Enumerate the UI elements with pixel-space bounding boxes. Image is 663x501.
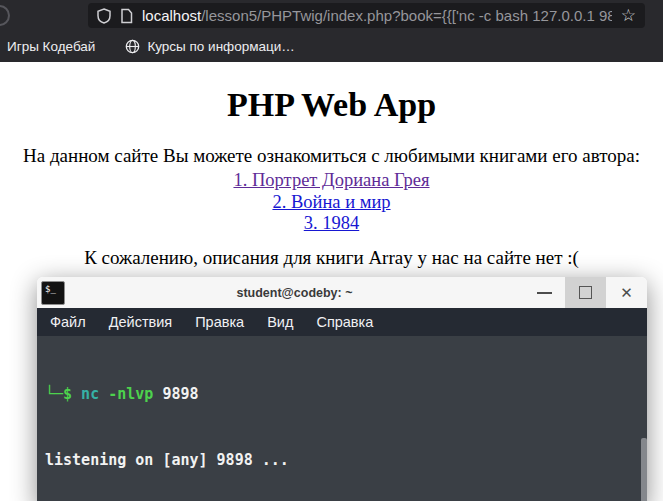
page-message: К сожалению, описания для книги Array у … xyxy=(0,247,663,269)
bookmark-label: Игры Кодебай xyxy=(7,39,95,54)
menu-item-actions[interactable]: Действия xyxy=(109,314,173,330)
bookmark-item-infosec-courses[interactable]: Курсы по информаци… xyxy=(125,39,294,54)
bookmarks-bar: Игры Кодебай Курсы по информаци… xyxy=(0,31,663,62)
book-link-1[interactable]: 1. Портрет Дориана Грея xyxy=(0,170,663,192)
menu-item-file[interactable]: Файл xyxy=(50,314,86,330)
terminal-title: student@codeby: ~ xyxy=(65,286,524,300)
book-link-2[interactable]: 2. Война и мир xyxy=(0,192,663,214)
terminal-prompt-line: └─$ nc -nlvp 9898 xyxy=(45,383,647,405)
terminal-window: $_ student@codeby: ~ ✕ Файл Действия Пра… xyxy=(37,277,647,501)
browser-chrome: localhost/lesson5/PHPTwig/index.php?book… xyxy=(0,0,663,62)
book-links: 1. Портрет Дориана Грея 2. Война и мир 3… xyxy=(0,170,663,235)
book-link-3[interactable]: 3. 1984 xyxy=(0,213,663,235)
page-intro: На данном сайте Вы можете ознакомиться с… xyxy=(0,145,663,167)
menu-item-view[interactable]: Вид xyxy=(267,314,293,330)
window-controls: ✕ xyxy=(524,277,647,308)
url-text[interactable]: localhost/lesson5/PHPTwig/index.php?book… xyxy=(142,7,612,24)
shield-permissions-icon[interactable] xyxy=(97,8,111,24)
close-button[interactable]: ✕ xyxy=(606,277,647,308)
bookmark-star-icon[interactable]: ☆ xyxy=(621,7,636,24)
minimize-button[interactable] xyxy=(524,277,565,308)
browser-toolbar: localhost/lesson5/PHPTwig/index.php?book… xyxy=(0,0,663,31)
shell-args: -nlvp xyxy=(99,385,153,403)
shell-prompt: └─$ xyxy=(45,385,72,403)
terminal-output[interactable]: └─$ nc -nlvp 9898 listening on [any] 989… xyxy=(37,336,647,501)
maximize-button[interactable] xyxy=(565,277,606,308)
terminal-titlebar[interactable]: $_ student@codeby: ~ ✕ xyxy=(37,277,647,308)
menu-item-help[interactable]: Справка xyxy=(316,314,373,330)
shell-command: nc xyxy=(72,385,99,403)
terminal-scrollbar-thumb[interactable] xyxy=(641,438,647,501)
shell-value: 9898 xyxy=(153,385,198,403)
globe-icon xyxy=(125,39,140,54)
page-info-icon[interactable] xyxy=(120,8,133,24)
screen: localhost/lesson5/PHPTwig/index.php?book… xyxy=(0,0,663,501)
url-field[interactable]: localhost/lesson5/PHPTwig/index.php?book… xyxy=(88,3,645,28)
bookmark-item-codeby-games[interactable]: Игры Кодебай xyxy=(7,39,95,54)
terminal-line: listening on [any] 9898 ... xyxy=(45,449,647,471)
menu-item-edit[interactable]: Правка xyxy=(195,314,244,330)
bookmark-label: Курсы по информаци… xyxy=(147,39,294,54)
url-host: localhost xyxy=(142,7,201,24)
terminal-menubar: Файл Действия Правка Вид Справка xyxy=(37,308,647,336)
terminal-app-icon: $_ xyxy=(41,281,65,305)
toolbar-partial-icon xyxy=(0,5,10,26)
url-path: /lesson5/PHPTwig/index.php?book={{['nc -… xyxy=(201,7,612,24)
page-title: PHP Web App xyxy=(0,62,663,124)
